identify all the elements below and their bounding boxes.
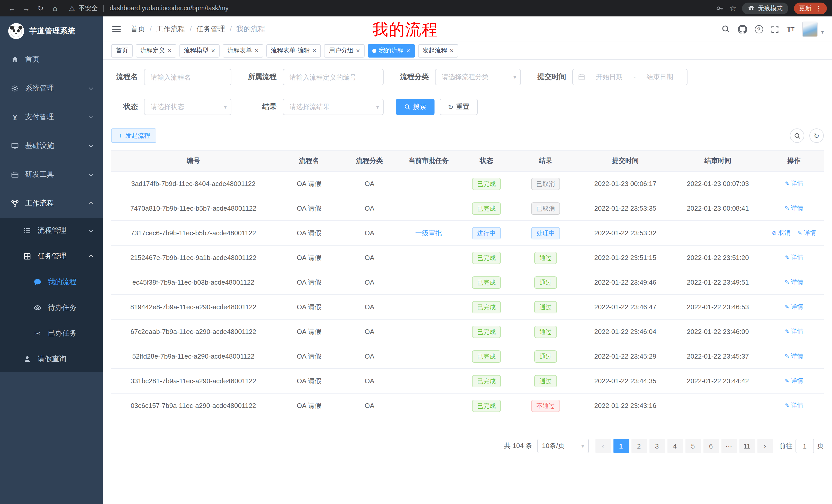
update-button[interactable]: 更新 ⋮ [794,2,827,14]
forward-icon[interactable]: → [20,2,33,15]
cell-name: OA 请假 [276,376,342,386]
sidebar-item-home[interactable]: 首页 [0,45,103,74]
cell-result: 已取消 [512,177,579,190]
sidebar-item-dev[interactable]: 研发工具 [0,160,103,189]
tab[interactable]: 发起流程 × [418,44,458,57]
sidebar-item-workflow[interactable]: 工作流程 [0,189,103,218]
table-row: 67c2eaab-7b9a-11ec-a290-acde48001122 OA … [111,319,824,344]
avatar[interactable] [802,21,817,37]
close-icon[interactable]: × [406,47,410,54]
detail-link[interactable]: ✎详情 [785,327,803,336]
close-icon[interactable]: × [450,47,453,54]
category-select[interactable]: 请选择流程分类 ▾ [435,69,521,85]
breadcrumb-item[interactable]: 首页 [131,24,156,34]
address-bar[interactable]: ⚠ 不安全 dashboard.yudao.iocoder.cn/bpm/tas… [69,4,714,12]
toggle-search-button[interactable] [790,129,804,143]
detail-link[interactable]: ✎详情 [785,376,803,385]
task-link[interactable]: 一级审批 [415,229,442,236]
breadcrumb-item[interactable]: 我的流程 [236,24,265,34]
logo[interactable]: 芋道管理系统 [0,17,103,45]
status-tag: 已完成 [472,177,501,190]
reset-button[interactable]: ↻ 重置 [440,99,478,115]
page-button[interactable]: 4 [667,439,683,453]
cell-name: OA 请假 [276,228,342,237]
detail-link[interactable]: ✎详情 [785,352,803,361]
page-button[interactable]: ⋯ [721,439,737,453]
help-icon[interactable]: ? [755,25,763,33]
date-range-picker[interactable]: 开始日期 - 结束日期 [572,69,687,85]
browser-menu-icon[interactable]: ⋮ [815,4,822,12]
hamburger-icon[interactable] [111,24,122,34]
close-icon[interactable]: × [313,47,316,54]
tab[interactable]: 流程模型 × [179,44,219,57]
page-button[interactable]: 2 [631,439,647,453]
prev-page-button[interactable]: ‹ [595,439,610,453]
process-def-input[interactable] [283,69,384,85]
table-row: 2152467e-7b9b-11ec-9a1b-acde48001122 OA … [111,246,824,270]
active-dot [372,49,376,53]
sidebar-item-system[interactable]: 系统管理 [0,74,103,103]
cell-status: 已完成 [461,375,512,387]
cell-actions: ⊘取消 ✎详情 [764,253,824,262]
font-size-icon[interactable]: TT [786,25,795,33]
detail-link[interactable]: ✎详情 [785,179,803,188]
cancel-link[interactable]: ⊘取消 [772,229,790,237]
detail-link[interactable]: ✎详情 [798,229,816,237]
close-icon[interactable]: × [356,47,360,54]
tab[interactable]: 流程表单-编辑 × [266,44,321,57]
detail-link[interactable]: ✎详情 [785,401,803,410]
detail-link[interactable]: ✎详情 [785,253,803,262]
detail-link[interactable]: ✎详情 [785,204,803,213]
sidebar-item-leave[interactable]: 请假查询 [0,346,103,372]
sidebar-item-infra[interactable]: 基础设施 [0,132,103,160]
search-icon[interactable] [721,25,730,33]
key-icon[interactable] [716,4,724,12]
breadcrumb-item[interactable]: 任务管理 [197,24,237,34]
breadcrumb-item[interactable]: 工作流程 [156,24,197,34]
page-size-select[interactable]: 10条/页 ▾ [537,439,589,453]
close-icon[interactable]: × [167,47,172,54]
sidebar-item-done[interactable]: ✂ 已办任务 [0,320,103,346]
result-select[interactable]: 请选择流结果 ▾ [283,99,384,115]
process-name-input[interactable] [144,69,231,85]
tab[interactable]: 用户分组 × [324,44,365,57]
page-button[interactable]: 6 [703,439,719,453]
sidebar-item-pay[interactable]: ¥ 支付管理 [0,103,103,132]
page-button[interactable]: 1 [613,439,629,453]
next-page-button[interactable]: › [757,439,773,453]
page-button[interactable]: 3 [649,439,665,453]
fullscreen-icon[interactable] [771,25,779,33]
github-icon[interactable] [738,24,747,34]
sidebar-item-my-process[interactable]: 我的流程 [0,269,103,295]
sidebar-item-todo[interactable]: 待办任务 [0,295,103,320]
refresh-table-button[interactable]: ↻ [809,129,824,143]
caret-down-icon[interactable]: ▾ [821,29,824,35]
cell-result: 处理中 [512,227,579,239]
create-process-button[interactable]: ＋ 发起流程 [111,129,156,143]
gear-icon [10,84,20,92]
cell-id: ec45f38f-7b9a-11ec-b03b-acde48001122 [111,278,276,286]
reload-icon[interactable]: ↻ [34,2,47,15]
page-button[interactable]: 5 [685,439,701,453]
table-row: 52ffd28e-7b9a-11ec-a290-acde48001122 OA … [111,344,824,369]
status-select[interactable]: 请选择状态 ▾ [144,99,231,115]
close-icon[interactable]: × [211,47,215,54]
sidebar-item-task-mgmt[interactable]: 任务管理 [0,244,103,269]
tab[interactable]: 流程表单 × [223,44,263,57]
cell-name: OA 请假 [276,401,342,410]
tab[interactable]: 我的流程 × [368,44,415,57]
detail-link[interactable]: ✎详情 [785,303,803,311]
goto-page-input[interactable] [796,439,814,453]
page-button[interactable]: 11 [739,439,755,453]
browser-home-icon[interactable]: ⌂ [48,2,62,15]
tab[interactable]: 流程定义 × [136,44,176,57]
detail-link[interactable]: ✎详情 [785,278,803,287]
sidebar-item-process-mgmt[interactable]: 流程管理 [0,218,103,244]
tab[interactable]: 首页 × [111,44,133,57]
edit-icon: ✎ [785,205,789,212]
search-button[interactable]: 搜索 [396,99,435,115]
close-icon[interactable]: × [255,47,258,54]
back-icon[interactable]: ← [5,2,19,15]
bookmark-star-icon[interactable]: ☆ [729,4,736,13]
cell-name: OA 请假 [276,204,342,213]
